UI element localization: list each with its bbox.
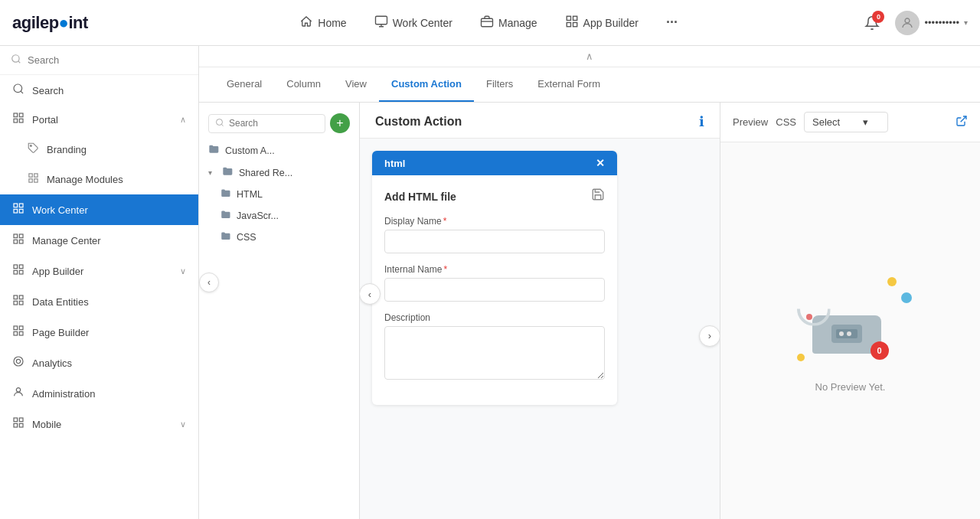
tab-view[interactable]: View	[333, 67, 379, 102]
save-icon[interactable]	[591, 188, 605, 205]
tab-general[interactable]: General	[214, 67, 274, 102]
nav-item-home-label: Home	[318, 17, 346, 29]
html-tab-label: html	[384, 158, 405, 169]
user-area[interactable]: •••••••••• ▾	[895, 11, 968, 35]
sidebar-item-branding[interactable]: Branding	[0, 135, 198, 165]
preview-header: Preview CSS Select ▾	[720, 103, 980, 142]
nav-item-manage[interactable]: Manage	[469, 10, 548, 36]
tree-item-html-label: HTML	[237, 189, 350, 200]
svg-point-38	[14, 357, 23, 366]
svg-line-46	[961, 116, 966, 122]
svg-rect-25	[19, 240, 23, 243]
html-form-title: Add HTML file	[384, 191, 456, 203]
svg-rect-31	[19, 295, 23, 299]
sidebar-item-portal[interactable]: Portal ∧	[0, 104, 198, 135]
logo-text: agilep●int	[12, 13, 88, 33]
display-name-input[interactable]	[384, 230, 605, 253]
more-dots-icon: ···	[666, 15, 678, 31]
mobile-expand-icon: ∨	[180, 419, 186, 429]
file-panel-header: +	[199, 110, 359, 139]
sidebar-item-manage-modules[interactable]: Manage Modules	[0, 165, 198, 194]
nav-item-app-builder[interactable]: App Builder	[554, 10, 649, 36]
main-layout: Search Portal ∧ Branding Manage Modules	[0, 46, 980, 519]
svg-rect-37	[19, 331, 23, 335]
sidebar-collapse-btn[interactable]: ‹	[199, 273, 219, 292]
svg-rect-29	[19, 270, 23, 274]
html-tab-close-btn[interactable]: ✕	[596, 157, 605, 169]
nav-item-work-center[interactable]: Work Center	[364, 10, 463, 36]
dot-yellow-2	[797, 354, 805, 361]
user-name-label: ••••••••••	[924, 17, 959, 28]
folder-icon-2	[222, 165, 234, 180]
sidebar-item-data-entities[interactable]: Data Entities	[0, 286, 198, 317]
notification-badge: 0	[872, 11, 884, 23]
grid-icon	[565, 15, 579, 31]
svg-rect-20	[14, 209, 18, 213]
tree-item-html[interactable]: HTML ⋮	[199, 184, 359, 205]
nav-item-home[interactable]: Home	[289, 10, 357, 36]
svg-rect-23	[19, 234, 23, 238]
svg-rect-12	[19, 119, 23, 122]
collapse-chevron-btn[interactable]: ∧	[586, 51, 593, 62]
svg-rect-14	[29, 174, 32, 177]
sidebar-item-branding-label: Branding	[47, 144, 186, 155]
panel-arrow-right[interactable]: ›	[699, 325, 720, 347]
sidebar-item-administration[interactable]: Administration	[0, 378, 198, 409]
internal-name-input[interactable]	[384, 278, 605, 302]
svg-rect-11	[14, 119, 18, 122]
tab-external-form[interactable]: External Form	[525, 67, 612, 102]
preview-label: Preview	[733, 116, 768, 128]
administration-icon	[12, 386, 24, 401]
sidebar-item-administration-label: Administration	[32, 388, 186, 400]
preview-content: 0 No Preview Yet.	[720, 142, 980, 519]
svg-rect-35	[19, 326, 23, 330]
tab-filters[interactable]: Filters	[474, 67, 525, 102]
tree-item-shared-re[interactable]: ▾ Shared Re...	[199, 162, 359, 184]
external-link-icon[interactable]	[956, 115, 968, 130]
sidebar-item-mobile[interactable]: Mobile ∨	[0, 409, 198, 439]
sidebar-item-page-builder[interactable]: Page Builder	[0, 317, 198, 348]
tree-item-css[interactable]: CSS ⋮	[199, 227, 359, 248]
svg-point-6	[905, 18, 910, 23]
nav-item-work-center-label: Work Center	[393, 17, 452, 29]
panel-arrow-left[interactable]: ‹	[360, 283, 381, 305]
app-builder-sidebar-icon	[12, 263, 24, 279]
file-search-input[interactable]	[229, 118, 318, 129]
svg-rect-44	[19, 423, 23, 427]
folder-icon-5	[220, 230, 232, 244]
custom-action-title: Custom Action	[375, 115, 462, 129]
tab-custom-action[interactable]: Custom Action	[379, 67, 474, 102]
select-dropdown[interactable]: Select ▾	[804, 112, 888, 132]
search-sidebar-icon	[12, 83, 24, 98]
sidebar-search-input[interactable]	[28, 54, 188, 66]
svg-rect-1	[481, 18, 492, 27]
select-label: Select	[812, 116, 840, 128]
sidebar: Search Portal ∧ Branding Manage Modules	[0, 46, 199, 519]
nav-more-btn[interactable]: ···	[655, 10, 688, 35]
tree-item-javascript[interactable]: JavaScr... ⋮	[199, 205, 359, 227]
svg-rect-33	[19, 301, 23, 305]
sidebar-item-analytics[interactable]: Analytics	[0, 348, 198, 378]
description-textarea[interactable]	[384, 326, 605, 380]
info-icon[interactable]: ℹ	[699, 113, 704, 130]
add-file-button[interactable]: +	[330, 113, 350, 133]
manage-center-icon	[12, 233, 24, 248]
sidebar-item-app-builder[interactable]: App Builder ∨	[0, 256, 198, 286]
sidebar-item-work-center[interactable]: Work Center	[0, 194, 198, 225]
html-card-wrapper: html ✕ Add HTML file	[360, 139, 720, 419]
notification-button[interactable]: 0	[858, 9, 886, 37]
sidebar-item-search[interactable]: Search	[0, 75, 198, 104]
sidebar-item-manage-center-label: Manage Center	[32, 235, 186, 246]
sidebar-item-manage-center[interactable]: Manage Center	[0, 225, 198, 256]
svg-rect-34	[14, 326, 18, 330]
tree-item-css-label: CSS	[237, 232, 350, 243]
svg-rect-17	[34, 179, 38, 182]
sidebar-item-analytics-label: Analytics	[32, 357, 186, 369]
svg-point-13	[30, 145, 31, 146]
preview-illustration: 0	[789, 269, 912, 369]
tree-item-custom-a[interactable]: Custom A... ⋮	[199, 139, 359, 162]
tab-column[interactable]: Column	[274, 67, 333, 102]
svg-rect-0	[375, 16, 387, 24]
svg-rect-9	[14, 113, 18, 117]
dot-yellow-1	[887, 277, 897, 286]
